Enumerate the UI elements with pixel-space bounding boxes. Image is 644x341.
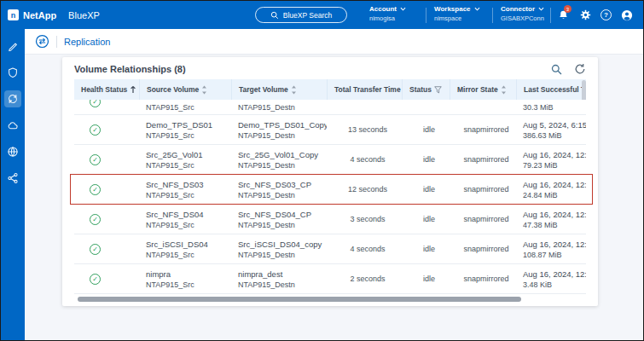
cloud-icon — [7, 119, 19, 131]
status-cell: idle — [402, 115, 450, 144]
column-header-health-status[interactable]: Health Status — [74, 79, 139, 100]
mirror-state-cell: snapmirrored — [450, 115, 516, 144]
column-header-mirror-state[interactable]: Mirror State — [450, 79, 516, 100]
chevron-down-icon — [474, 7, 480, 11]
globe-icon — [7, 146, 19, 158]
account-selector[interactable]: Account nimogisa — [369, 5, 406, 22]
brand-name: NetApp — [23, 10, 56, 20]
help-button[interactable]: ? — [600, 9, 612, 21]
search-label: BlueXP Search — [283, 11, 333, 20]
sort-asc-icon[interactable] — [130, 85, 136, 94]
header-divider — [426, 8, 426, 23]
table-row[interactable]: ✓ Src_iSCSI_DS04 NTAP915_Src Src_iSCSI_D… — [74, 234, 586, 264]
last-transfer-cell: Aug 16, 2024, 12: 3.48 KiB — [516, 264, 586, 293]
page-subheader: Replication — [25, 29, 643, 55]
table-row[interactable]: ✓ Src_NFS_DS03 NTAP915_Src Src_NFS_DS03_… — [74, 175, 586, 205]
mirror-state-cell — [450, 100, 516, 114]
health-ok-icon: ✓ — [90, 100, 101, 107]
target-volume-cell: Src_25G_Vol01_Copy NTAP915_Destn — [231, 145, 327, 174]
account-label: Account — [369, 5, 397, 13]
status-cell — [402, 100, 450, 114]
header-divider — [492, 8, 493, 23]
help-icon: ? — [600, 9, 612, 20]
target-volume-cell: Src_NFS_DS04_CP NTAP915_Destn — [231, 205, 327, 234]
target-volume-cell: nimpra_dest NTAP915_Destn — [231, 264, 327, 293]
source-volume-cell: nimpra NTAP915_Src — [139, 264, 231, 293]
last-transfer-cell: Aug 16, 2024, 12: 24.84 MiB — [516, 175, 586, 204]
left-sidebar — [1, 29, 25, 340]
target-volume-cell: Src_iSCSI_DS04_copy NTAP915_Destn — [231, 234, 327, 263]
status-cell: idle — [402, 175, 450, 204]
table-row[interactable]: ✓ nimpra NTAP915_Src nimpra_dest NTAP915… — [74, 264, 586, 294]
sidebar-item-4[interactable] — [4, 117, 21, 134]
brand-logo: n NetApp BlueXP — [8, 1, 100, 29]
horizontal-scrollbar[interactable] — [78, 297, 521, 302]
status-cell: idle — [402, 234, 450, 263]
table-search-button[interactable] — [551, 64, 562, 75]
transfer-time-cell: 13 seconds — [327, 115, 402, 144]
user-avatar-icon — [621, 9, 633, 21]
mirror-state-cell: snapmirrored — [450, 205, 516, 234]
sort-icon[interactable] — [201, 85, 207, 95]
last-transfer-cell: Aug 5, 2024, 6:15 386.63 MiB — [516, 115, 586, 144]
column-header-total-transfer-time[interactable]: Total Transfer Time — [327, 79, 402, 100]
table-body: ✓ NTAP915_Src NTAP915_Destn 30.3 MiB ✓ D… — [74, 100, 586, 294]
settings-button[interactable] — [579, 9, 592, 21]
pencil-icon — [7, 40, 19, 52]
table-row[interactable]: ✓ NTAP915_Src NTAP915_Destn 30.3 MiB — [74, 100, 586, 115]
source-volume-cell: Src_NFS_DS04 NTAP915_Src — [139, 205, 231, 234]
account-value: nimogisa — [369, 14, 406, 22]
last-transfer-cell: Aug 16, 2024, 12: 108.87 MiB — [516, 234, 586, 263]
sidebar-item-6[interactable] — [4, 170, 21, 187]
source-volume-cell: Demo_TPS_DS01 NTAP915_Src — [139, 115, 231, 144]
health-ok-icon: ✓ — [90, 274, 101, 285]
top-header-bar: n NetApp BlueXP BlueXP Search Account ni… — [1, 1, 643, 29]
connector-selector[interactable]: Connector GISABXPConn — [501, 5, 544, 22]
sidebar-item-3[interactable] — [4, 90, 21, 107]
subheader-divider — [56, 36, 57, 48]
last-transfer-cell: Aug 16, 2024, 12: 47.38 MiB — [516, 205, 586, 234]
target-volume-cell: Src_NFS_DS03_CP NTAP915_Destn — [231, 175, 327, 204]
vertical-scrollbar[interactable] — [582, 80, 586, 100]
connector-label: Connector — [501, 5, 535, 13]
column-header-status[interactable]: Status — [402, 79, 450, 100]
status-cell: idle — [402, 264, 450, 293]
user-menu-button[interactable] — [620, 9, 633, 21]
health-status-cell: ✓ — [74, 100, 139, 114]
target-volume-cell: NTAP915_Destn — [231, 100, 327, 114]
refresh-icon — [574, 63, 586, 75]
table-row[interactable]: ✓ Src_NFS_DS04 NTAP915_Src Src_NFS_DS04_… — [74, 205, 586, 234]
column-header-target-volume[interactable]: Target Volume — [231, 79, 327, 100]
column-header-source-volume[interactable]: Source Volume — [139, 79, 231, 100]
source-volume-cell: NTAP915_Src — [139, 100, 231, 114]
bluexp-app: n NetApp BlueXP BlueXP Search Account ni… — [0, 0, 644, 341]
filter-icon[interactable] — [434, 86, 442, 94]
search-icon — [551, 64, 562, 75]
health-ok-icon: ✓ — [90, 124, 101, 136]
table-row[interactable]: ✓ Demo_TPS_DS01 NTAP915_Src Demo_TPS_DS0… — [74, 115, 586, 145]
sidebar-item-2[interactable] — [4, 64, 21, 81]
transfer-time-cell — [327, 100, 402, 114]
search-icon — [270, 11, 279, 20]
column-header-last-successful-transfer[interactable]: Last Successful Tra — [516, 79, 586, 100]
health-ok-icon: ✓ — [90, 154, 101, 165]
mirror-state-cell: snapmirrored — [450, 175, 516, 204]
sort-icon[interactable] — [291, 85, 297, 95]
health-ok-icon: ✓ — [90, 244, 101, 255]
sort-icon[interactable] — [501, 85, 507, 95]
relationships-table: Health Status Source Volume Target Volum… — [74, 79, 586, 294]
chevron-down-icon — [538, 7, 544, 11]
card-title: Volume Relationships (8) — [74, 64, 186, 74]
workspace-selector[interactable]: Workspace nimspace — [434, 5, 480, 22]
health-status-cell: ✓ — [74, 145, 139, 174]
refresh-button[interactable] — [574, 63, 586, 75]
sidebar-item-5[interactable] — [4, 143, 21, 160]
volume-relationships-card: Volume Relationships (8) Health Status — [62, 57, 598, 306]
mirror-state-cell: snapmirrored — [450, 264, 516, 293]
last-transfer-cell: Aug 16, 2024, 12: 79.23 MiB — [516, 145, 586, 174]
sidebar-item-1[interactable] — [4, 38, 21, 55]
chevron-down-icon — [400, 7, 406, 11]
bluexp-search-button[interactable]: BlueXP Search — [255, 7, 347, 23]
table-row[interactable]: ✓ Src_25G_Vol01 NTAP915_Src Src_25G_Vol0… — [74, 145, 586, 175]
source-volume-cell: Src_25G_Vol01 NTAP915_Src — [139, 145, 231, 174]
